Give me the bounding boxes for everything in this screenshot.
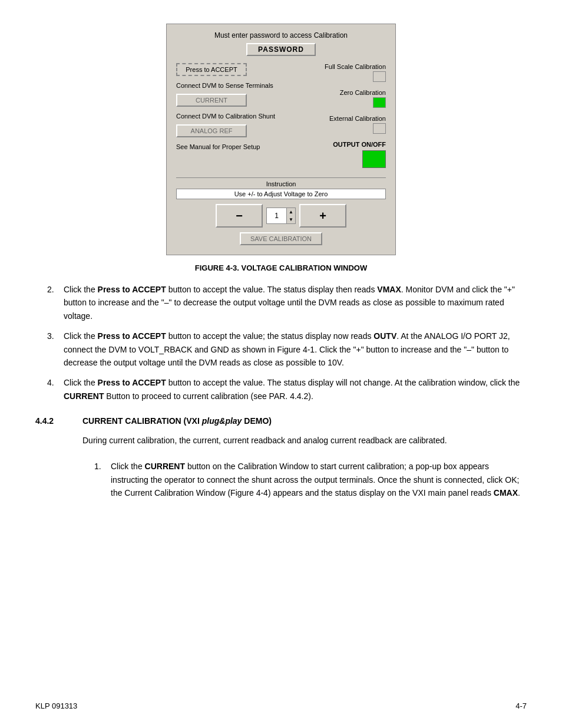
- output-onoff-indicator: [362, 150, 386, 168]
- figure-container: Must enter password to access Calibratio…: [35, 24, 527, 272]
- output-onoff-group: OUTPUT ON/OFF: [315, 141, 386, 168]
- see-manual-label: See Manual for Proper Setup: [176, 143, 309, 150]
- full-scale-group: Full Scale Calibration: [315, 63, 386, 82]
- spinner-arrows: ▲ ▼: [286, 208, 295, 223]
- instruction-text: Use +/- to Adjust Voltage to Zero: [176, 189, 386, 199]
- step-2-number: 2.: [47, 283, 60, 322]
- section-substeps: 1. Click the CURRENT button on the Calib…: [94, 460, 527, 499]
- external-cal-indicator: [373, 123, 386, 134]
- output-onoff-label: OUTPUT ON/OFF: [315, 141, 386, 148]
- full-scale-indicator: [373, 71, 386, 82]
- section-title: CURRENT CALIBRATION (VXI plug&play DEMO): [82, 414, 272, 427]
- step-2: 2. Click the Press to ACCEPT button to a…: [47, 283, 527, 322]
- sub-step-1-number: 1.: [94, 460, 107, 499]
- connect-sense-label: Connect DVM to Sense Terminals: [176, 82, 309, 89]
- footer-left: KLP 091313: [35, 701, 77, 710]
- zero-cal-label: Zero Calibration: [315, 89, 386, 96]
- plus-button[interactable]: +: [299, 204, 346, 228]
- step-4-number: 4.: [47, 376, 60, 403]
- zero-cal-indicator: [373, 97, 386, 108]
- password-button[interactable]: PASSWORD: [246, 43, 316, 56]
- cal-right: Full Scale Calibration Zero Calibration …: [315, 63, 386, 172]
- current-button[interactable]: CURRENT: [176, 94, 247, 107]
- calibration-window: Must enter password to access Calibratio…: [166, 24, 396, 255]
- spinner-down[interactable]: ▼: [287, 216, 295, 223]
- doc-content: 2. Click the Press to ACCEPT button to a…: [35, 283, 527, 499]
- step-3-number: 3.: [47, 330, 60, 369]
- footer-right: 4-7: [515, 701, 527, 710]
- spinner-control[interactable]: 1 ▲ ▼: [266, 207, 296, 224]
- section-body-text: During current calibration, the current,…: [82, 434, 527, 500]
- external-cal-label: External Calibration: [315, 115, 386, 122]
- instruction-label: Instruction: [176, 180, 386, 187]
- minus-button[interactable]: −: [216, 204, 263, 228]
- connect-shunt-label: Connect DVM to Calibration Shunt: [176, 113, 309, 120]
- press-to-accept-button[interactable]: Press to ACCEPT: [176, 63, 247, 76]
- section-number: 4.4.2: [35, 414, 71, 427]
- controls-row: − 1 ▲ ▼ +: [176, 204, 386, 228]
- cal-body: Press to ACCEPT Connect DVM to Sense Ter…: [176, 63, 386, 172]
- step-2-text: Click the Press to ACCEPT button to acce…: [64, 283, 527, 322]
- cal-header: Must enter password to access Calibratio…: [176, 31, 386, 39]
- figure-caption: FIGURE 4-3. VOLTAGE CALIBRATION WINDOW: [195, 263, 368, 272]
- step-3-text: Click the Press to ACCEPT button to acce…: [64, 330, 527, 369]
- save-calibration-button[interactable]: SAVE CALIBRATION: [240, 232, 322, 245]
- analog-ref-button[interactable]: ANALOG REF: [176, 124, 247, 137]
- cal-left: Press to ACCEPT Connect DVM to Sense Ter…: [176, 63, 309, 172]
- footer: KLP 091313 4-7: [35, 701, 527, 710]
- password-row: PASSWORD: [176, 43, 386, 56]
- steps-list: 2. Click the Press to ACCEPT button to a…: [47, 283, 527, 403]
- step-3: 3. Click the Press to ACCEPT button to a…: [47, 330, 527, 369]
- save-row: SAVE CALIBRATION: [176, 232, 386, 245]
- sub-step-1: 1. Click the CURRENT button on the Calib…: [94, 460, 527, 499]
- full-scale-label: Full Scale Calibration: [315, 63, 386, 70]
- step-4: 4. Click the Press to ACCEPT button to a…: [47, 376, 527, 403]
- step-4-text: Click the Press to ACCEPT button to acce…: [64, 376, 527, 403]
- spinner-up[interactable]: ▲: [287, 208, 295, 216]
- sub-step-1-text: Click the CURRENT button on the Calibrat…: [111, 460, 527, 499]
- external-cal-group: External Calibration: [315, 115, 386, 134]
- spinner-value: 1: [267, 210, 286, 221]
- section-heading: 4.4.2 CURRENT CALIBRATION (VXI plug&play…: [35, 414, 527, 427]
- zero-cal-group: Zero Calibration: [315, 89, 386, 108]
- instruction-section: Instruction Use +/- to Adjust Voltage to…: [176, 177, 386, 245]
